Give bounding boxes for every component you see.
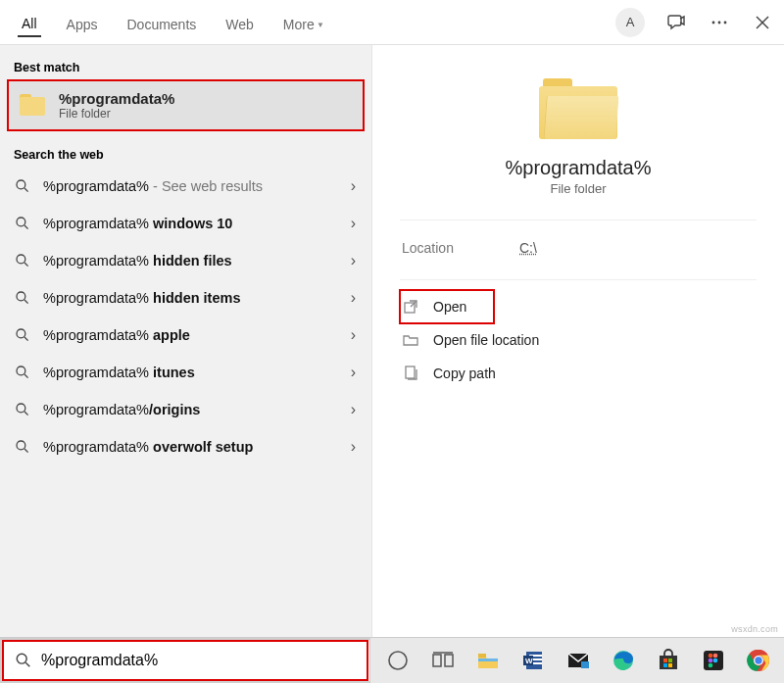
- action-open-file-location[interactable]: Open file location: [400, 323, 757, 357]
- search-results-body: Best match %programdata% File folder Sea…: [0, 45, 784, 637]
- mail-icon[interactable]: [559, 641, 598, 680]
- svg-rect-23: [406, 366, 415, 378]
- svg-point-49: [709, 659, 713, 663]
- best-match-title: %programdata%: [59, 90, 174, 107]
- svg-point-19: [17, 441, 25, 450]
- web-result-text: %programdata% - See web results: [43, 178, 351, 194]
- divider: [400, 220, 757, 220]
- web-result-text: %programdata% apple: [43, 327, 351, 343]
- web-results: %programdata% - See web results›%program…: [0, 168, 371, 465]
- search-input[interactable]: [41, 652, 369, 669]
- action-copy-path-label: Copy path: [433, 366, 496, 381]
- cortana-icon[interactable]: [378, 641, 417, 680]
- svg-line-22: [411, 301, 416, 307]
- results-list: Best match %programdata% File folder Sea…: [0, 45, 372, 637]
- chevron-right-icon: ›: [351, 177, 356, 195]
- topbar-controls: A: [615, 8, 774, 37]
- tab-more[interactable]: More: [279, 17, 328, 36]
- feedback-icon[interactable]: [664, 11, 688, 34]
- tab-all[interactable]: All: [18, 16, 41, 37]
- divider: [400, 279, 757, 280]
- chevron-right-icon: ›: [351, 438, 356, 456]
- svg-point-5: [17, 180, 25, 189]
- svg-point-1: [718, 21, 721, 24]
- svg-point-17: [17, 404, 25, 413]
- svg-rect-42: [663, 659, 667, 662]
- web-result-text: %programdata% hidden items: [43, 290, 351, 306]
- watermark: wsxdn.com: [731, 624, 778, 634]
- web-result-row[interactable]: %programdata% overwolf setup›: [0, 428, 371, 465]
- file-explorer-icon[interactable]: [468, 641, 508, 680]
- word-icon[interactable]: W: [514, 641, 553, 680]
- web-result-row[interactable]: %programdata%/origins›: [0, 391, 371, 428]
- folder-open-icon: [402, 331, 419, 349]
- svg-line-12: [24, 300, 28, 304]
- svg-point-50: [713, 659, 718, 663]
- svg-line-8: [24, 225, 28, 229]
- svg-line-25: [25, 662, 29, 666]
- close-icon[interactable]: [751, 11, 774, 34]
- tab-documents[interactable]: Documents: [122, 17, 200, 36]
- more-options-icon[interactable]: [708, 11, 731, 34]
- web-result-text: %programdata% overwolf setup: [43, 439, 351, 455]
- preview-title: %programdata%: [400, 157, 757, 179]
- location-row: Location C:\: [400, 234, 757, 279]
- tab-web[interactable]: Web: [221, 17, 258, 36]
- figma-icon[interactable]: [694, 641, 733, 680]
- web-result-row[interactable]: %programdata% hidden items›: [0, 279, 371, 317]
- search-box[interactable]: [0, 638, 370, 683]
- search-icon: [14, 438, 31, 456]
- web-result-text: %programdata% hidden files: [43, 253, 351, 268]
- svg-text:W: W: [525, 657, 533, 665]
- svg-point-13: [17, 329, 25, 338]
- action-open[interactable]: Open: [400, 290, 494, 323]
- best-match-result[interactable]: %programdata% File folder: [8, 80, 364, 130]
- svg-point-51: [709, 663, 713, 668]
- search-icon: [14, 215, 31, 232]
- taskbar-icons: W: [370, 638, 784, 683]
- folder-icon: [539, 78, 617, 141]
- svg-point-9: [17, 255, 25, 264]
- web-result-row[interactable]: %programdata% windows 10›: [0, 205, 371, 242]
- svg-rect-27: [433, 655, 441, 666]
- web-result-text: %programdata% windows 10: [43, 216, 351, 231]
- search-icon: [14, 252, 31, 269]
- action-copy-path[interactable]: Copy path: [400, 357, 757, 390]
- svg-point-48: [713, 654, 718, 659]
- chrome-icon[interactable]: [739, 641, 778, 680]
- svg-point-26: [389, 652, 407, 669]
- svg-point-2: [724, 21, 727, 24]
- search-icon: [14, 177, 31, 195]
- svg-point-47: [709, 654, 713, 659]
- search-icon: [14, 364, 31, 381]
- svg-point-7: [17, 218, 25, 226]
- web-result-row[interactable]: %programdata% apple›: [0, 317, 371, 354]
- web-result-text: %programdata%/origins: [43, 402, 351, 417]
- chevron-right-icon: ›: [351, 252, 356, 269]
- taskbar: W: [0, 637, 784, 683]
- search-icon: [14, 326, 31, 344]
- folder-icon: [20, 94, 47, 118]
- location-value[interactable]: C:\: [519, 240, 537, 256]
- store-icon[interactable]: [649, 641, 688, 680]
- edge-icon[interactable]: [604, 641, 643, 680]
- svg-rect-28: [445, 655, 453, 666]
- svg-rect-30: [478, 654, 486, 658]
- web-result-row[interactable]: %programdata% hidden files›: [0, 242, 371, 279]
- search-icon: [14, 651, 33, 670]
- web-result-row[interactable]: %programdata% itunes›: [0, 354, 371, 391]
- svg-rect-39: [581, 661, 589, 668]
- svg-rect-44: [663, 663, 667, 667]
- chevron-right-icon: ›: [351, 289, 356, 307]
- user-avatar[interactable]: A: [615, 8, 645, 37]
- chevron-right-icon: ›: [351, 215, 356, 232]
- svg-line-14: [24, 337, 28, 341]
- search-filter-tabs: All Apps Documents Web More A: [0, 0, 784, 45]
- web-result-row[interactable]: %programdata% - See web results›: [0, 168, 371, 205]
- task-view-icon[interactable]: [423, 641, 463, 680]
- tab-apps[interactable]: Apps: [63, 17, 102, 36]
- copy-icon: [402, 365, 419, 382]
- svg-line-18: [24, 412, 28, 415]
- best-match-subtitle: File folder: [59, 107, 174, 121]
- action-open-label: Open: [433, 299, 466, 315]
